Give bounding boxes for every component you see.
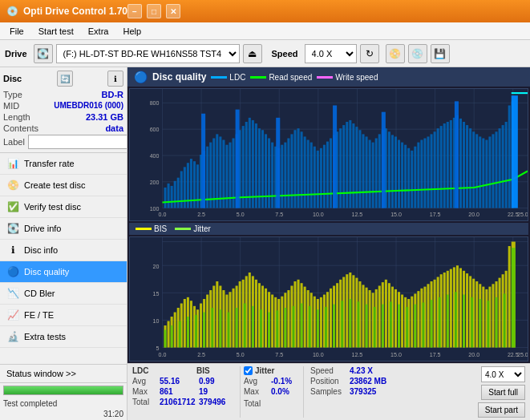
svg-text:15.0: 15.0 bbox=[390, 350, 402, 357]
nav-label-extra-tests: Extra tests bbox=[24, 332, 66, 341]
svg-rect-88 bbox=[317, 151, 319, 208]
svg-rect-133 bbox=[463, 122, 465, 208]
svg-text:10: 10 bbox=[153, 317, 160, 324]
disc-read-button[interactable]: 💿 bbox=[408, 44, 427, 63]
svg-rect-141 bbox=[488, 136, 491, 208]
menu-help[interactable]: Help bbox=[116, 25, 148, 38]
svg-rect-322 bbox=[333, 305, 335, 348]
bis-chart-svg: 5 10 15 20 2% 4% 6% 8% 10% 0.0 2.5 5.0 7… bbox=[130, 237, 528, 361]
menu-file[interactable]: File bbox=[3, 25, 30, 38]
svg-rect-327 bbox=[374, 307, 376, 348]
drive-icon-button[interactable]: 💽 bbox=[34, 44, 53, 63]
svg-rect-332 bbox=[414, 305, 416, 348]
save-button[interactable]: 💾 bbox=[431, 44, 450, 63]
minimize-button[interactable]: − bbox=[127, 4, 142, 18]
status-window-button[interactable]: Status window >> bbox=[0, 365, 127, 383]
svg-rect-234 bbox=[297, 280, 300, 348]
ldc-chart-svg: 100 200 400 600 800 2X 4X 6X 8X 10X 12X … bbox=[130, 89, 528, 220]
speed-select[interactable]: 4.0 X bbox=[305, 44, 357, 63]
sidebar-item-extra-tests[interactable]: 🔬 Extra tests bbox=[0, 326, 127, 348]
svg-rect-73 bbox=[268, 138, 270, 208]
position-label: Position bbox=[310, 377, 346, 386]
position-value: 23862 MB bbox=[350, 377, 386, 386]
svg-rect-296 bbox=[499, 278, 501, 348]
svg-rect-229 bbox=[281, 297, 283, 348]
status-section: Status window >> Test completed 31:20 bbox=[0, 364, 127, 420]
refresh-button[interactable]: ↻ bbox=[360, 44, 379, 63]
svg-rect-44 bbox=[174, 181, 176, 208]
sidebar-item-fe-te[interactable]: 📈 FE / TE bbox=[0, 305, 127, 326]
sidebar-item-disc-quality[interactable]: 🔵 Disc quality bbox=[0, 261, 127, 283]
svg-rect-140 bbox=[485, 140, 488, 208]
svg-rect-314 bbox=[268, 312, 270, 347]
sidebar-item-verify-test-disc[interactable]: ✅ Verify test disc bbox=[0, 196, 127, 218]
close-button[interactable]: ✕ bbox=[166, 4, 180, 18]
svg-rect-330 bbox=[398, 305, 400, 348]
jitter-avg: -0.1% bbox=[271, 377, 292, 386]
jitter-header: Jitter bbox=[255, 366, 274, 375]
svg-text:15.0: 15.0 bbox=[390, 212, 402, 218]
disc-label-input[interactable] bbox=[28, 135, 127, 149]
svg-rect-199 bbox=[184, 299, 186, 348]
eject-button[interactable]: ⏏ bbox=[243, 44, 262, 63]
svg-rect-261 bbox=[385, 280, 387, 348]
svg-rect-269 bbox=[411, 297, 413, 348]
stats-speed-select[interactable]: 4.0 X bbox=[481, 366, 525, 382]
app-icon: 💿 bbox=[6, 6, 18, 17]
start-full-button[interactable]: Start full bbox=[481, 385, 525, 400]
start-part-button[interactable]: Start part bbox=[478, 402, 525, 418]
titlebar-title: Opti Drive Control 1.70 bbox=[23, 6, 127, 17]
svg-rect-219 bbox=[249, 273, 251, 348]
svg-text:20: 20 bbox=[153, 262, 160, 269]
svg-rect-337 bbox=[455, 292, 457, 347]
bis-header: BIS bbox=[196, 366, 237, 375]
svg-rect-129 bbox=[450, 120, 452, 208]
svg-rect-339 bbox=[471, 297, 473, 348]
svg-rect-201 bbox=[190, 301, 192, 347]
svg-rect-68 bbox=[252, 120, 254, 208]
svg-rect-122 bbox=[427, 136, 429, 208]
svg-text:12.5: 12.5 bbox=[352, 350, 363, 357]
svg-rect-127 bbox=[443, 123, 446, 208]
disc-refresh-button[interactable]: 🔄 bbox=[57, 71, 73, 87]
status-window-label: Status window >> bbox=[6, 369, 76, 378]
svg-rect-67 bbox=[249, 118, 251, 208]
svg-rect-341 bbox=[487, 301, 489, 347]
svg-rect-74 bbox=[271, 143, 273, 208]
svg-rect-137 bbox=[475, 134, 478, 208]
svg-text:2.5: 2.5 bbox=[197, 212, 205, 218]
svg-rect-309 bbox=[227, 312, 229, 347]
svg-rect-256 bbox=[369, 290, 371, 348]
sidebar-item-drive-info[interactable]: 💽 Drive info bbox=[0, 218, 127, 240]
svg-rect-331 bbox=[406, 307, 408, 348]
svg-rect-154 bbox=[455, 101, 459, 208]
drive-select[interactable]: (F:) HL-DT-ST BD-RE WH16NS58 TST4 bbox=[56, 44, 240, 63]
menu-start-test[interactable]: Start test bbox=[32, 25, 80, 38]
sidebar-item-create-test-disc[interactable]: 📀 Create test disc bbox=[0, 175, 127, 196]
disc-info-button[interactable]: ℹ bbox=[107, 71, 123, 87]
disc-length-value: 23.31 GB bbox=[86, 112, 123, 122]
svg-rect-281 bbox=[450, 269, 452, 348]
sidebar-item-cd-bler[interactable]: 📉 CD Bler bbox=[0, 283, 127, 305]
svg-rect-155 bbox=[512, 95, 518, 208]
svg-rect-289 bbox=[475, 281, 478, 348]
svg-text:800: 800 bbox=[150, 100, 160, 107]
svg-rect-124 bbox=[434, 131, 436, 208]
svg-rect-264 bbox=[394, 289, 397, 348]
jitter-checkbox[interactable] bbox=[244, 366, 253, 375]
svg-rect-206 bbox=[206, 294, 208, 347]
svg-text:7.5: 7.5 bbox=[275, 350, 283, 357]
jitter-max-label: Max bbox=[244, 387, 268, 396]
svg-rect-266 bbox=[401, 294, 403, 347]
create-test-disc-icon: 📀 bbox=[6, 179, 19, 192]
sidebar-item-disc-info[interactable]: ℹ Disc info bbox=[0, 240, 127, 261]
svg-rect-304 bbox=[187, 317, 189, 348]
jitter-avg-label: Avg bbox=[244, 377, 268, 386]
svg-rect-211 bbox=[222, 290, 225, 348]
sidebar-item-transfer-rate[interactable]: 📊 Transfer rate bbox=[0, 153, 127, 175]
maximize-button[interactable]: □ bbox=[147, 4, 161, 18]
disc-label-label: Label bbox=[3, 137, 25, 147]
disc-write-button[interactable]: 📀 bbox=[386, 44, 405, 63]
menu-extra[interactable]: Extra bbox=[82, 25, 115, 38]
svg-rect-77 bbox=[281, 145, 283, 208]
